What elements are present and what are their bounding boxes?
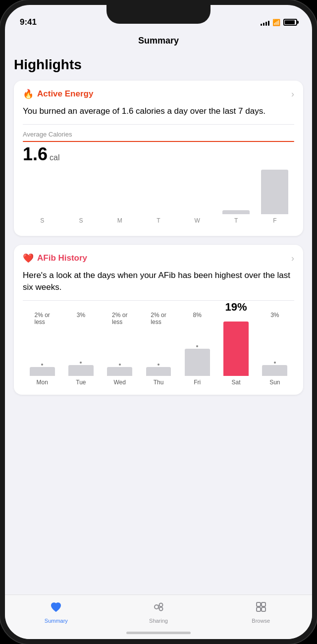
bar-label-f: F (273, 217, 276, 224)
afib-pct-fri: 8% (193, 312, 202, 319)
heart-tab-icon (49, 600, 63, 616)
bar-group-s2: S (61, 170, 100, 224)
afib-pct-mon: 2% orless (34, 312, 50, 325)
svg-rect-6 (262, 602, 265, 606)
status-icons: 📶 (261, 19, 297, 26)
afib-day-thu: Thu (154, 379, 164, 386)
afib-bar-sun (262, 365, 287, 376)
active-energy-title: Active Energy (37, 89, 93, 99)
afib-pct-sun: 3% (270, 312, 279, 319)
bar-label-w: W (195, 217, 200, 224)
svg-rect-7 (257, 607, 261, 611)
phone-frame: 9:41 📶 Summary Highlights 🔥 Active E (0, 0, 317, 644)
status-time: 9:41 (20, 17, 37, 27)
active-energy-header: 🔥 Active Energy › (23, 89, 294, 99)
active-energy-chevron-icon: › (291, 89, 294, 99)
svg-point-1 (159, 603, 163, 607)
afib-bar-thu (146, 367, 171, 376)
chart-label: Average Calories (23, 131, 294, 138)
svg-point-0 (155, 605, 158, 609)
tab-sharing[interactable]: Sharing (107, 600, 210, 624)
afib-title-row: ❤️ AFib History (23, 253, 87, 264)
bar-label-t2: T (234, 217, 238, 224)
heart-icon: ❤️ (23, 253, 34, 264)
afib-pct-tue: 3% (77, 312, 85, 319)
svg-rect-8 (262, 607, 265, 611)
afib-bar-group-sun: 3% Sun (256, 322, 294, 386)
status-bar: 9:41 📶 (5, 5, 312, 33)
sharing-tab-icon (152, 600, 165, 616)
afib-pct-wed: 2% orless (112, 312, 127, 325)
afib-bar-wed (107, 367, 132, 376)
active-energy-card[interactable]: 🔥 Active Energy › You burned an average … (14, 81, 303, 236)
afib-bar-group-thu: 2% orless Thu (139, 322, 178, 386)
afib-day-tue: Tue (76, 379, 86, 386)
battery-icon (283, 19, 297, 26)
bar-group-w: W (178, 170, 216, 224)
browse-tab-icon (254, 600, 268, 616)
active-energy-divider (23, 124, 294, 125)
afib-bar-group-tue: 3% Tue (61, 322, 100, 386)
afib-bar-chart: 2% orless Mon 3% Tue 2% orless (23, 307, 294, 386)
afib-day-fri: Fri (194, 379, 201, 386)
afib-card[interactable]: ❤️ AFib History › Here's a look at the d… (14, 245, 303, 395)
chart-unit: cal (50, 153, 59, 162)
afib-bar-sat (223, 322, 249, 376)
highlights-heading: Highlights (14, 51, 303, 81)
bar-label-s2: S (79, 217, 83, 224)
active-energy-title-row: 🔥 Active Energy (23, 89, 93, 99)
active-energy-description: You burned an average of 1.6 calories a … (23, 105, 294, 117)
tab-summary[interactable]: Summary (5, 600, 107, 624)
bar-group-t2: T (216, 170, 255, 224)
bar-group-t1: T (139, 170, 178, 224)
afib-bar-group-sat: 19% Sat (216, 322, 255, 386)
afib-divider (23, 300, 294, 301)
afib-description: Here's a look at the days when your AFib… (23, 270, 294, 293)
wifi-icon: 📶 (272, 19, 280, 26)
svg-line-4 (158, 608, 159, 608)
afib-bar-group-fri: 8% Fri (178, 322, 216, 386)
avg-line (23, 141, 294, 142)
afib-day-sat: Sat (232, 379, 241, 386)
afib-bar-group-mon: 2% orless Mon (23, 322, 61, 386)
afib-day-wed: Wed (113, 379, 125, 386)
bar-group-f: F (256, 170, 294, 224)
chart-value-row: 1.6 cal (23, 144, 294, 165)
svg-point-2 (159, 607, 163, 611)
tab-browse[interactable]: Browse (210, 600, 312, 624)
tab-sharing-label: Sharing (149, 618, 168, 624)
scroll-area[interactable]: Highlights 🔥 Active Energy › You burned … (5, 51, 312, 603)
bar-label-t1: T (157, 217, 160, 224)
afib-day-mon: Mon (36, 379, 48, 386)
afib-day-sun: Sun (269, 379, 280, 386)
afib-pct-sat: 19% (225, 301, 247, 314)
active-energy-bar-chart: S S M T (23, 170, 294, 224)
afib-bar-mon (30, 367, 55, 376)
afib-bar-tue (68, 365, 94, 376)
svg-line-3 (158, 605, 159, 606)
svg-rect-5 (257, 602, 261, 606)
afib-title: AFib History (37, 253, 87, 263)
afib-header: ❤️ AFib History › (23, 253, 294, 264)
afib-chevron-icon: › (291, 253, 294, 264)
page-title: Summary (5, 33, 312, 51)
afib-bar-fri (185, 349, 210, 376)
avg-line-container (23, 141, 294, 142)
tab-summary-label: Summary (45, 618, 68, 624)
flame-icon: 🔥 (23, 89, 34, 99)
afib-pct-thu: 2% orless (151, 312, 166, 325)
afib-bar-group-wed: 2% orless Wed (101, 322, 139, 386)
bar-label-s1: S (40, 217, 44, 224)
chart-value: 1.6 (23, 144, 48, 165)
tab-browse-label: Browse (252, 618, 270, 624)
bar-label-m: M (117, 217, 122, 224)
bar-f (261, 170, 288, 214)
bar-group-m: M (101, 170, 139, 224)
bar-t2 (222, 210, 250, 214)
bar-group-s1: S (23, 170, 61, 224)
home-indicator (126, 632, 191, 634)
signal-icon (261, 19, 269, 26)
